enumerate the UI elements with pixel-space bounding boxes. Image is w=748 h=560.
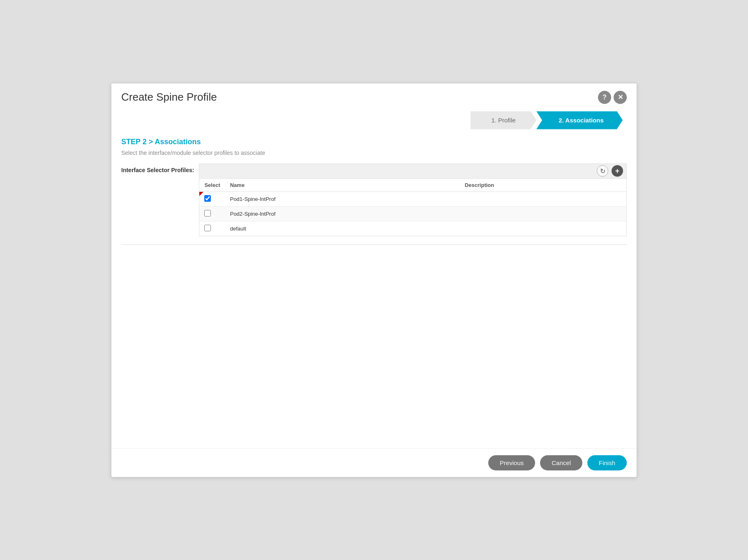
close-button[interactable]: ✕: [614, 91, 627, 104]
table-row: default: [199, 221, 626, 236]
add-button[interactable]: +: [612, 165, 623, 177]
row-2-checkbox[interactable]: [204, 210, 211, 217]
dialog-title: Create Spine Profile: [121, 91, 217, 104]
step-1-label: 1. Profile: [491, 117, 515, 124]
profiles-section: Interface Selector Profiles: ↻ + Select …: [121, 164, 627, 236]
col-description: Description: [460, 179, 626, 192]
row-3-description: [460, 221, 626, 236]
refresh-button[interactable]: ↻: [597, 165, 608, 177]
table-header-row: Select Name Description: [199, 179, 626, 192]
step-subtext: Select the interface/module selector pro…: [121, 150, 627, 156]
wizard-steps: 1. Profile 2. Associations: [471, 111, 627, 129]
profiles-table-container: ↻ + Select Name Description: [199, 164, 627, 236]
dialog-header: Create Spine Profile ? ✕: [111, 83, 637, 108]
profiles-toolbar: ↻ +: [199, 164, 626, 179]
profiles-label: Interface Selector Profiles:: [121, 164, 194, 173]
finish-button[interactable]: Finish: [587, 455, 627, 470]
row-3-name: default: [225, 221, 460, 236]
help-button[interactable]: ?: [598, 91, 611, 104]
row-3-checkbox[interactable]: [204, 225, 211, 231]
col-select: Select: [199, 179, 225, 192]
step-heading: STEP 2 > Associations: [121, 138, 627, 146]
dialog-footer: Previous Cancel Finish: [111, 448, 637, 477]
select-cell: [199, 191, 225, 206]
section-divider: [121, 244, 627, 245]
select-cell: [199, 221, 225, 236]
col-name: Name: [225, 179, 460, 192]
dialog-body: STEP 2 > Associations Select the interfa…: [111, 129, 637, 448]
row-1-name: Pod1-Spine-IntProf: [225, 191, 460, 206]
step-2-label: 2. Associations: [559, 117, 603, 124]
cancel-button[interactable]: Cancel: [540, 455, 582, 470]
previous-button[interactable]: Previous: [488, 455, 535, 470]
row-2-name: Pod2-Spine-IntProf: [225, 206, 460, 221]
refresh-icon: ↻: [600, 167, 605, 175]
table-row: Pod2-Spine-IntProf: [199, 206, 626, 221]
create-spine-profile-dialog: Create Spine Profile ? ✕ 1. Profile 2. A…: [111, 83, 637, 477]
select-cell: [199, 206, 225, 221]
header-icons: ? ✕: [598, 91, 627, 104]
table-row: Pod1-Spine-IntProf: [199, 191, 626, 206]
row-1-description: [460, 191, 626, 206]
wizard-steps-container: 1. Profile 2. Associations: [111, 111, 637, 129]
step-2-associations[interactable]: 2. Associations: [536, 111, 623, 129]
row-1-checkbox[interactable]: [204, 195, 211, 202]
row-2-description: [460, 206, 626, 221]
red-corner-indicator: [199, 192, 203, 196]
add-icon: +: [615, 167, 620, 175]
profiles-table: Select Name Description Pod1-Spin: [199, 179, 626, 236]
step-1-profile[interactable]: 1. Profile: [471, 111, 536, 129]
